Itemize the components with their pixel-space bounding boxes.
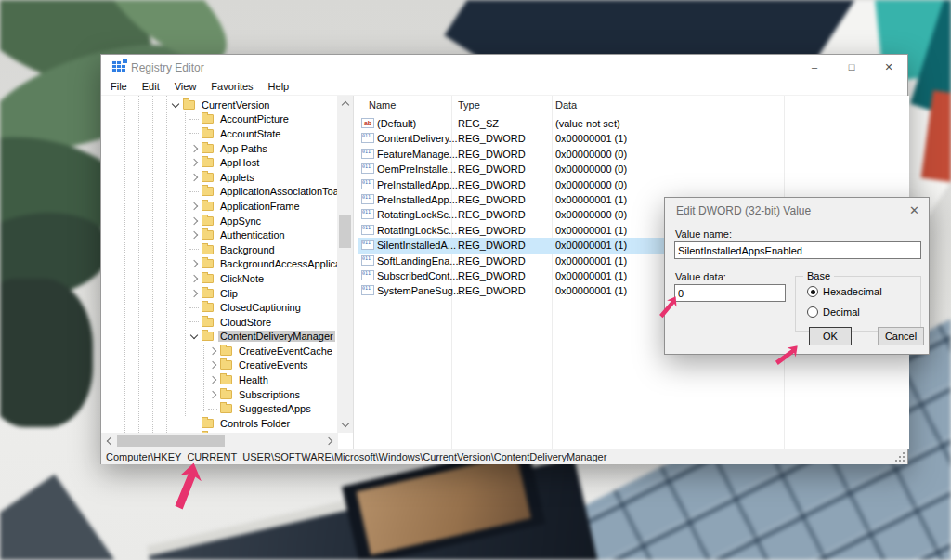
tree-item[interactable]: AppSync [101, 214, 338, 228]
menu-view[interactable]: View [167, 79, 204, 94]
value-name[interactable]: RotatingLockSc... [377, 225, 457, 236]
maximize-icon[interactable]: □ [833, 55, 870, 79]
tree-item[interactable]: CurrentVersion [101, 98, 338, 112]
tree-vertical-scrollbar[interactable] [337, 96, 353, 433]
scroll-down-icon[interactable] [337, 417, 353, 433]
tree-item-label[interactable]: Controls Folder [218, 418, 292, 429]
value-name[interactable]: SilentInstalledA... [377, 240, 456, 251]
tree-item-label[interactable]: ApplicationAssociationToa [218, 186, 338, 197]
tree-item-label[interactable]: ClosedCaptioning [218, 302, 303, 313]
column-header-name[interactable]: Name [369, 99, 396, 111]
tree-item[interactable]: CreativeEvents [101, 358, 338, 373]
tree-item-label[interactable]: AppHost [218, 157, 261, 168]
value-name[interactable]: RotatingLockSc... [377, 209, 457, 220]
tree-item-label[interactable]: Health [237, 374, 270, 385]
chevron-right-icon[interactable] [189, 214, 200, 228]
radio-unchecked-icon[interactable] [807, 306, 818, 318]
close-icon[interactable]: ✕ [870, 55, 907, 79]
chevron-right-icon[interactable] [189, 286, 200, 300]
tree-item-label[interactable]: AccountState [218, 128, 282, 139]
chevron-right-icon[interactable] [189, 271, 200, 285]
value-name[interactable]: PreInstalledApp... [377, 179, 458, 190]
chevron-right-icon[interactable] [189, 141, 200, 155]
tree-item-label[interactable]: Clip [218, 288, 240, 299]
chevron-right-icon[interactable] [207, 387, 218, 401]
tree-item[interactable]: Authentication [101, 228, 338, 242]
hexadecimal-radio[interactable]: Hexadecimal [807, 286, 882, 297]
value-data-field[interactable] [674, 284, 786, 302]
tree-item[interactable]: SuggestedApps [101, 401, 338, 416]
tree-item-label[interactable]: AccountPicture [218, 113, 291, 124]
chevron-down-icon[interactable] [170, 98, 181, 111]
value-name[interactable]: SystemPaneSug... [377, 285, 462, 296]
tree-item-label[interactable]: ContentDeliveryManager [218, 331, 335, 342]
column-header-type[interactable]: Type [458, 99, 480, 111]
value-row[interactable]: ab(Default)REG_SZ(value not set) [358, 116, 784, 131]
value-name[interactable]: FeatureManage... [377, 149, 458, 160]
tree-item[interactable]: App Paths [101, 141, 338, 156]
minimize-icon[interactable]: – [796, 55, 833, 79]
resize-grip-icon[interactable] [895, 452, 905, 462]
scrollbar-thumb[interactable] [339, 215, 351, 248]
tree-horizontal-scrollbar[interactable] [101, 433, 338, 449]
menu-file[interactable]: File [103, 79, 135, 94]
tree-item[interactable]: Health [101, 372, 338, 387]
value-row[interactable]: 011 110FeatureManage...REG_DWORD0x000000… [358, 147, 784, 162]
tree-item-label[interactable]: ClickNote [218, 273, 266, 284]
tree-item[interactable]: BackgroundAccessApplica [101, 257, 338, 272]
chevron-right-icon[interactable] [189, 257, 200, 271]
value-row[interactable]: 011 110OemPreInstalle...REG_DWORD0x00000… [358, 162, 784, 176]
tree-item-label[interactable]: SuggestedApps [237, 403, 313, 414]
cancel-button[interactable]: Cancel [878, 327, 924, 345]
ok-button[interactable]: OK [809, 327, 852, 345]
chevron-right-icon[interactable] [207, 344, 218, 358]
chevron-right-icon[interactable] [189, 199, 200, 213]
column-header-data[interactable]: Data [555, 99, 577, 111]
tree-item-label[interactable]: BackgroundAccessApplica [218, 258, 338, 269]
scroll-up-icon[interactable] [337, 96, 353, 111]
tree-item-label[interactable]: AppSync [218, 215, 263, 227]
tree-item[interactable]: Clip [101, 286, 338, 301]
value-name[interactable]: PreInstalledApp... [377, 194, 458, 205]
radio-checked-icon[interactable] [807, 286, 818, 297]
chevron-right-icon[interactable] [207, 373, 218, 387]
value-name-field[interactable] [674, 241, 921, 259]
tree-item[interactable]: ApplicationFrame [101, 199, 338, 214]
menu-favorites[interactable]: Favorites [203, 79, 260, 94]
tree-item[interactable]: AppHost [101, 155, 338, 170]
value-name[interactable]: (Default) [377, 118, 416, 129]
tree-item-label[interactable]: Authentication [218, 229, 287, 241]
tree-item[interactable]: Applets [101, 170, 338, 185]
menu-edit[interactable]: Edit [135, 79, 167, 94]
tree-item[interactable]: ClickNote [101, 271, 338, 286]
tree-item-label[interactable]: Subscriptions [237, 389, 302, 400]
value-row[interactable]: 011 110ContentDelivery...REG_DWORD0x0000… [358, 131, 784, 146]
scroll-right-icon[interactable] [322, 433, 338, 449]
chevron-right-icon[interactable] [189, 228, 200, 242]
tree-item[interactable]: AccountState [101, 126, 338, 141]
chevron-down-icon[interactable] [189, 330, 200, 344]
tree-item[interactable]: AccountPicture [101, 112, 338, 127]
value-name[interactable]: OemPreInstalle... [377, 163, 456, 175]
tree-item[interactable]: CreativeEventCache [101, 344, 338, 358]
chevron-right-icon[interactable] [207, 358, 218, 372]
value-name[interactable]: SoftLandingEna... [377, 255, 458, 267]
value-name[interactable]: ContentDelivery... [377, 133, 458, 144]
tree-item[interactable]: CloudStore [101, 315, 338, 330]
scroll-left-icon[interactable] [101, 433, 117, 449]
tree-item[interactable]: ClosedCaptioning [101, 300, 338, 315]
tree-item-label[interactable]: App Paths [218, 143, 269, 154]
chevron-right-icon[interactable] [189, 170, 200, 184]
tree-item-label[interactable]: CreativeEvents [237, 359, 310, 371]
decimal-radio[interactable]: Decimal [807, 306, 860, 318]
tree-item[interactable]: ApplicationAssociationToa [101, 185, 338, 200]
tree-item-label[interactable]: ApplicationFrame [218, 201, 302, 212]
tree-item[interactable]: Background [101, 242, 338, 257]
scrollbar-thumb[interactable] [117, 435, 225, 447]
tree-item[interactable]: Controls Folder [101, 416, 338, 431]
menu-help[interactable]: Help [261, 79, 297, 94]
value-row[interactable]: 011 110PreInstalledApp...REG_DWORD0x0000… [358, 177, 784, 192]
tree-item-label[interactable]: Background [218, 244, 277, 255]
value-name[interactable]: SubscribedCont... [377, 270, 458, 281]
tree-item-label[interactable]: CurrentVersion [200, 99, 271, 111]
